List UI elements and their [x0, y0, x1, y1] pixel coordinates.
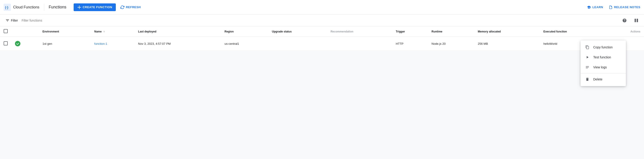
th-actions: Actions — [606, 26, 644, 37]
learn-icon — [587, 5, 591, 9]
th-name[interactable]: Name ↑ — [91, 26, 134, 37]
row-name: function-1 — [91, 37, 134, 51]
row-last-deployed: Nov 3, 2023, 4:57:07 PM — [134, 37, 221, 51]
th-status — [11, 26, 39, 37]
status-ok-icon — [15, 41, 20, 46]
row-trigger: HTTP — [392, 37, 428, 51]
page-title: Functions — [49, 5, 66, 10]
sort-asc-icon: ↑ — [103, 30, 105, 33]
release-notes-link[interactable]: RELEASE NOTES — [609, 5, 640, 9]
row-checkbox[interactable] — [4, 41, 8, 45]
row-runtime: Node.js 20 — [428, 37, 474, 51]
row-region: us-central1 — [221, 37, 268, 51]
filter-input[interactable] — [22, 19, 620, 22]
select-all-checkbox[interactable] — [4, 29, 8, 33]
th-region: Region — [221, 26, 268, 37]
filter-button[interactable]: Filter — [4, 18, 20, 23]
learn-link[interactable]: LEARN — [587, 5, 603, 9]
row-upgrade-status — [268, 37, 327, 51]
th-runtime: Runtime — [428, 26, 474, 37]
th-memory: Memory allocated — [474, 26, 540, 37]
nav-actions: CREATE FUNCTION REFRESH — [74, 4, 587, 11]
refresh-icon — [120, 5, 124, 9]
row-status-cell — [11, 37, 39, 51]
row-memory: 256 MB — [474, 37, 540, 51]
plus-icon — [77, 5, 81, 9]
function-name-link[interactable]: function-1 — [94, 42, 107, 45]
th-environment: Environment — [39, 26, 91, 37]
columns-icon — [634, 18, 638, 23]
th-recommendation: Recommendation — [327, 26, 392, 37]
th-executed-function: Executed function — [540, 26, 606, 37]
nav-logo: {·} Cloud Functions — [4, 4, 44, 11]
context-menu: Copy function Test function View logs De… — [580, 40, 626, 51]
help-icon — [622, 18, 627, 23]
row-checkbox-cell — [0, 37, 11, 51]
create-function-button[interactable]: CREATE FUNCTION — [74, 4, 116, 11]
nav-logo-text: Cloud Functions — [13, 5, 40, 9]
release-notes-icon — [609, 5, 613, 9]
table-row: 1st gen function-1 Nov 3, 2023, 4:57:07 … — [0, 37, 644, 51]
filter-right-actions — [620, 16, 640, 25]
th-trigger: Trigger — [392, 26, 428, 37]
th-upgrade-status: Upgrade status — [268, 26, 327, 37]
columns-button[interactable] — [632, 16, 640, 25]
nav-right: LEARN RELEASE NOTES — [587, 5, 640, 9]
copy-icon — [585, 45, 590, 49]
cloud-functions-icon: {·} — [4, 4, 11, 11]
svg-text:{·}: {·} — [5, 6, 8, 9]
top-nav: {·} Cloud Functions Functions CREATE FUN… — [0, 0, 644, 15]
row-recommendation — [327, 37, 392, 51]
menu-item-copy[interactable]: Copy function — [580, 42, 626, 51]
table-header-row: Environment Name ↑ Last deployed Region … — [0, 26, 644, 37]
select-all-header — [0, 26, 11, 37]
row-environment: 1st gen — [39, 37, 91, 51]
functions-table: Environment Name ↑ Last deployed Region … — [0, 26, 644, 51]
refresh-button[interactable]: REFRESH — [118, 4, 144, 11]
help-button[interactable] — [620, 16, 628, 25]
filter-icon — [6, 18, 10, 23]
functions-table-container: Environment Name ↑ Last deployed Region … — [0, 26, 644, 51]
th-last-deployed: Last deployed — [134, 26, 221, 37]
filter-bar: Filter — [0, 15, 644, 26]
